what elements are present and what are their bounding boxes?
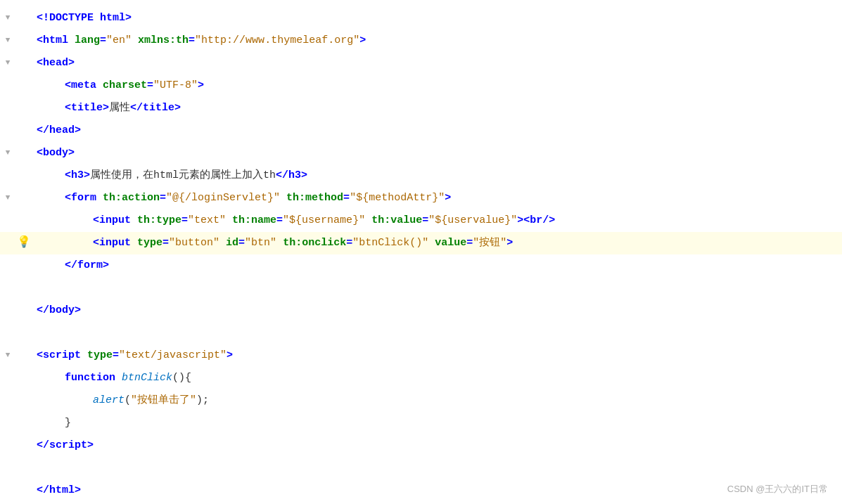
line-content: function btnClick(){ [32,370,842,387]
table-row: </script> [0,434,842,457]
code-lines: ▼<!DOCTYPE html>▼<html lang="en" xmlns:t… [0,7,842,502]
line-content: </form> [32,257,842,274]
fold-icon[interactable]: ▼ [0,192,15,205]
line-content: <h3>属性使用，在html元素的属性上加入th</h3> [32,167,842,184]
line-content [32,460,842,477]
fold-icon[interactable]: ▼ [0,34,15,47]
table-row [0,277,842,299]
line-content: </html> [32,482,842,499]
table-row: function btnClick(){ [0,367,842,389]
line-content [32,325,842,342]
line-content: <head> [32,55,842,72]
table-row [0,457,842,479]
table-row: ▼<body> [0,142,842,164]
table-row: ▼<html lang="en" xmlns:th="http://www.th… [0,30,842,52]
line-content: alert("按钮单击了"); [32,392,842,409]
line-content: <input th:type="text" th:name="${usernam… [32,212,842,229]
line-content [32,280,842,297]
table-row: <title>属性</title> [0,97,842,119]
table-row: alert("按钮单击了"); [0,389,842,412]
table-row: <h3>属性使用，在html元素的属性上加入th</h3> [0,164,842,187]
fold-icon[interactable]: ▼ [0,57,15,70]
line-content: </script> [32,437,842,454]
line-content: <!DOCTYPE html> [32,10,842,27]
fold-icon[interactable]: ▼ [0,12,15,25]
line-content: <body> [32,145,842,162]
table-row: </body> [0,299,842,322]
fold-icon[interactable]: ▼ [0,147,15,160]
table-row: ▼<script type="text/javascript"> [0,344,842,367]
line-content: <form th:action="@{/loginServlet}" th:me… [32,190,842,207]
table-row: </form> [0,254,842,277]
line-content: <title>属性</title> [32,100,842,117]
line-content: <script type="text/javascript"> [32,347,842,364]
line-content: <input type="button" id="btn" th:onclick… [32,235,842,252]
table-row: ▼<form th:action="@{/loginServlet}" th:m… [0,187,842,209]
table-row: <input th:type="text" th:name="${usernam… [0,209,842,232]
table-row: 💡<input type="button" id="btn" th:onclic… [0,232,842,254]
lightbulb-icon[interactable]: 💡 [15,234,32,252]
line-content: <meta charset="UTF-8"> [32,77,842,94]
code-editor: ▼<!DOCTYPE html>▼<html lang="en" xmlns:t… [0,0,842,504]
table-row: </head> [0,119,842,142]
table-row: </html> [0,479,842,502]
line-content: </body> [32,302,842,319]
table-row: <meta charset="UTF-8"> [0,75,842,97]
fold-icon[interactable]: ▼ [0,349,15,362]
table-row [0,322,842,344]
table-row: ▼<!DOCTYPE html> [0,7,842,30]
line-content: </head> [32,122,842,139]
line-content: } [32,415,842,432]
table-row: } [0,412,842,434]
table-row: ▼<head> [0,52,842,75]
line-content: <html lang="en" xmlns:th="http://www.thy… [32,32,842,49]
watermark: CSDN @王六六的IT日常 [727,482,828,497]
